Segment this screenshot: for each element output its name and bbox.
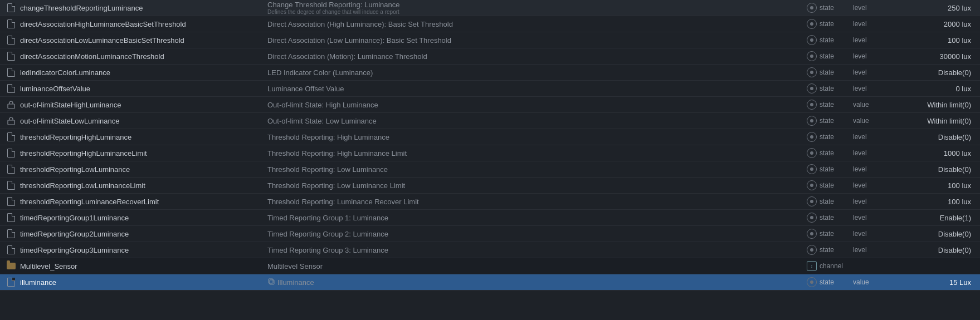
item-type: level	[853, 198, 886, 205]
state-icon	[804, 180, 820, 190]
item-type: level	[853, 214, 886, 221]
item-type: level	[853, 20, 886, 28]
item-state: state	[820, 101, 853, 109]
item-type: level	[853, 85, 886, 92]
file-icon	[4, 36, 18, 45]
item-description: Timed Reporting Group 3: Luminance	[263, 246, 804, 254]
state-icon	[804, 35, 820, 45]
table-row[interactable]: timedReportingGroup1LuminanceTimed Repor…	[0, 210, 980, 226]
item-name: timedReportingGroup3Luminance	[18, 246, 263, 254]
svg-rect-3	[269, 279, 273, 283]
item-description: Timed Reporting Group 1: Luminance	[263, 214, 804, 222]
item-state: state	[820, 149, 853, 157]
table-row[interactable]: directAssociationLowLuminanceBasicSetThr…	[0, 32, 980, 48]
item-description: Direct Association (High Luminance): Bas…	[263, 20, 804, 28]
item-type: level	[853, 52, 886, 60]
item-value: 250 lux	[886, 4, 976, 12]
item-name: thresholdReportingHighLuminance	[18, 133, 263, 141]
item-state: state	[820, 214, 853, 221]
state-icon	[804, 3, 820, 13]
item-type: level	[853, 230, 886, 238]
table-row[interactable]: thresholdReportingLuminanceRecoverLimitT…	[0, 194, 980, 210]
table-row[interactable]: directAssociationMotionLuminanceThreshol…	[0, 48, 980, 65]
item-value: 2000 lux	[886, 20, 976, 28]
table-row[interactable]: changeThresholdReportingLuminanceChange …	[0, 0, 980, 16]
item-value: Within limit(0)	[886, 101, 976, 109]
table-row[interactable]: thresholdReportingHighLuminanceThreshold…	[0, 129, 980, 145]
item-description: Luminance Offset Value	[263, 85, 804, 93]
item-type: level	[853, 68, 886, 76]
file-icon	[4, 68, 18, 77]
item-description: Out-of-limit State: Low Luminance	[263, 117, 804, 125]
table-row[interactable]: thresholdReportingLowLuminanceThreshold …	[0, 161, 980, 178]
item-state: channel	[820, 262, 853, 270]
table-row[interactable]: out-of-limitStateHighLuminanceOut-of-lim…	[0, 97, 980, 113]
item-state: state	[820, 278, 853, 286]
item-value: Disable(0)	[886, 165, 976, 174]
item-value: Within limit(0)	[886, 117, 976, 125]
copy-icon[interactable]	[267, 278, 275, 285]
item-description: Threshold Reporting: High Luminance Limi…	[263, 149, 804, 157]
item-type: level	[853, 133, 886, 141]
item-value: Disable(0)	[886, 68, 976, 77]
item-state: state	[820, 246, 853, 254]
item-name: timedReportingGroup1Luminance	[18, 214, 263, 222]
item-name: illuminance	[18, 278, 263, 287]
item-state: state	[820, 133, 853, 141]
state-icon	[804, 213, 820, 223]
item-description: LED Indicator Color (Luminance)	[263, 68, 804, 77]
item-description: Direct Association (Motion): Luminance T…	[263, 52, 804, 61]
file-secure-icon	[4, 116, 18, 125]
item-value: Disable(0)	[886, 246, 976, 254]
file-icon	[4, 52, 18, 61]
table-row[interactable]: ledIndicatorColorLuminanceLED Indicator …	[0, 65, 980, 81]
svg-rect-1	[8, 120, 14, 125]
state-icon	[804, 277, 820, 287]
file-icon	[4, 165, 18, 174]
item-type: value	[853, 117, 886, 125]
state-icon	[804, 229, 820, 239]
item-state: state	[820, 117, 853, 125]
file-icon	[4, 3, 18, 12]
item-value: 30000 lux	[886, 52, 976, 61]
table-row[interactable]: timedReportingGroup3LuminanceTimed Repor…	[0, 242, 980, 258]
item-value: 0 lux	[886, 85, 976, 93]
item-description: Multilevel Sensor	[263, 262, 804, 270]
item-type: level	[853, 149, 886, 157]
item-type: level	[853, 165, 886, 173]
table-row[interactable]: luminanceOffsetValueLuminance Offset Val…	[0, 81, 980, 97]
item-state: state	[820, 165, 853, 173]
item-name: thresholdReportingLuminanceRecoverLimit	[18, 198, 263, 206]
item-state: state	[820, 4, 853, 12]
item-type: value	[853, 278, 886, 286]
item-name: out-of-limitStateHighLuminance	[18, 101, 263, 109]
state-icon	[804, 67, 820, 77]
state-icon	[804, 148, 820, 158]
item-value: 1000 lux	[886, 149, 976, 157]
item-name: thresholdReportingLowLuminanceLimit	[18, 181, 263, 190]
table-row[interactable]: timedReportingGroup2LuminanceTimed Repor…	[0, 226, 980, 242]
file-icon	[4, 229, 18, 238]
item-state: state	[820, 20, 853, 28]
item-state: state	[820, 198, 853, 205]
item-type: level	[853, 36, 886, 44]
file-icon	[4, 149, 18, 157]
item-state: state	[820, 230, 853, 238]
item-name: luminanceOffsetValue	[18, 85, 263, 93]
table-row[interactable]: Multilevel_SensorMultilevel Sensor↕chann…	[0, 258, 980, 274]
table-row[interactable]: thresholdReportingLowLuminanceLimitThres…	[0, 178, 980, 194]
item-type: level	[853, 246, 886, 254]
item-state: state	[820, 181, 853, 189]
svg-rect-2	[270, 280, 274, 284]
file-icon	[4, 181, 18, 190]
table-row[interactable]: out-of-limitStateLowLuminanceOut-of-limi…	[0, 113, 980, 129]
item-value: 100 lux	[886, 36, 976, 45]
table-row[interactable]: illuminance Illuminancestatevalue15 Lux	[0, 274, 980, 291]
item-name: ledIndicatorColorLuminance	[18, 68, 263, 77]
item-value: 15 Lux	[886, 278, 976, 287]
table-row[interactable]: thresholdReportingHighLuminanceLimitThre…	[0, 145, 980, 161]
table-row[interactable]: directAssociationHighLuminanceBasicSetTh…	[0, 16, 980, 32]
state-icon	[804, 83, 820, 93]
item-name: thresholdReportingHighLuminanceLimit	[18, 149, 263, 157]
state-icon	[804, 116, 820, 126]
